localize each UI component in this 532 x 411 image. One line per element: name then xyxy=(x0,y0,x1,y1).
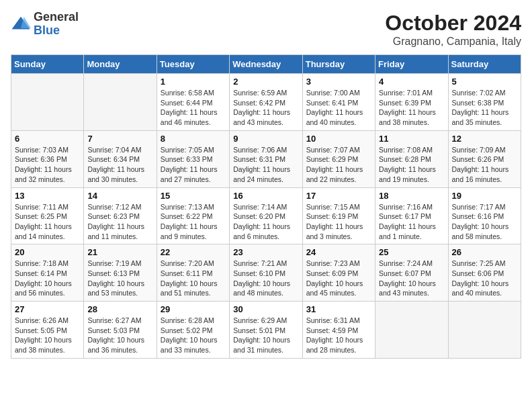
weekday-header: Friday xyxy=(375,55,448,74)
day-info: Sunrise: 7:09 AM Sunset: 6:26 PM Dayligh… xyxy=(452,145,517,185)
day-number: 10 xyxy=(306,134,371,144)
logo: General Blue xyxy=(11,11,79,38)
day-number: 27 xyxy=(15,304,80,314)
calendar-cell: 16Sunrise: 7:14 AM Sunset: 6:20 PM Dayli… xyxy=(230,187,302,244)
day-number: 28 xyxy=(87,304,152,314)
calendar-body: 1Sunrise: 6:58 AM Sunset: 6:44 PM Daylig… xyxy=(11,74,521,359)
day-number: 6 xyxy=(15,134,80,144)
day-number: 23 xyxy=(233,247,298,257)
day-info: Sunrise: 7:14 AM Sunset: 6:20 PM Dayligh… xyxy=(233,202,298,242)
calendar-cell: 13Sunrise: 7:11 AM Sunset: 6:25 PM Dayli… xyxy=(11,187,84,244)
day-info: Sunrise: 6:58 AM Sunset: 6:44 PM Dayligh… xyxy=(161,88,226,128)
day-info: Sunrise: 7:12 AM Sunset: 6:23 PM Dayligh… xyxy=(87,202,152,242)
calendar-cell xyxy=(11,74,84,131)
calendar-cell: 31Sunrise: 6:31 AM Sunset: 4:59 PM Dayli… xyxy=(302,302,375,359)
weekday-header: Tuesday xyxy=(157,55,229,74)
day-number: 8 xyxy=(161,134,226,144)
calendar-cell: 18Sunrise: 7:16 AM Sunset: 6:17 PM Dayli… xyxy=(375,187,448,244)
weekday-header: Sunday xyxy=(11,55,84,74)
day-number: 31 xyxy=(306,304,371,314)
day-info: Sunrise: 6:26 AM Sunset: 5:05 PM Dayligh… xyxy=(15,316,80,355)
day-info: Sunrise: 6:59 AM Sunset: 6:42 PM Dayligh… xyxy=(233,88,298,128)
calendar-week-row: 20Sunrise: 7:18 AM Sunset: 6:14 PM Dayli… xyxy=(11,244,521,302)
day-info: Sunrise: 7:07 AM Sunset: 6:29 PM Dayligh… xyxy=(306,145,371,185)
day-number: 16 xyxy=(233,191,298,201)
calendar-cell: 2Sunrise: 6:59 AM Sunset: 6:42 PM Daylig… xyxy=(230,74,302,131)
day-number: 17 xyxy=(306,191,371,201)
calendar-cell: 27Sunrise: 6:26 AM Sunset: 5:05 PM Dayli… xyxy=(11,302,84,359)
calendar-header-row: SundayMondayTuesdayWednesdayThursdayFrid… xyxy=(11,55,521,74)
day-info: Sunrise: 7:23 AM Sunset: 6:09 PM Dayligh… xyxy=(306,259,371,298)
calendar-cell: 12Sunrise: 7:09 AM Sunset: 6:26 PM Dayli… xyxy=(448,130,521,187)
day-info: Sunrise: 7:11 AM Sunset: 6:25 PM Dayligh… xyxy=(15,202,80,242)
calendar-cell: 6Sunrise: 7:03 AM Sunset: 6:36 PM Daylig… xyxy=(11,130,84,187)
calendar-cell: 30Sunrise: 6:29 AM Sunset: 5:01 PM Dayli… xyxy=(230,302,302,359)
day-number: 22 xyxy=(161,247,226,257)
day-info: Sunrise: 7:01 AM Sunset: 6:39 PM Dayligh… xyxy=(379,88,444,128)
calendar-cell: 5Sunrise: 7:02 AM Sunset: 6:38 PM Daylig… xyxy=(448,74,521,131)
calendar-cell: 29Sunrise: 6:28 AM Sunset: 5:02 PM Dayli… xyxy=(157,302,229,359)
day-info: Sunrise: 7:00 AM Sunset: 6:41 PM Dayligh… xyxy=(306,88,371,128)
day-number: 3 xyxy=(306,77,371,87)
calendar-week-row: 6Sunrise: 7:03 AM Sunset: 6:36 PM Daylig… xyxy=(11,130,521,187)
day-info: Sunrise: 7:02 AM Sunset: 6:38 PM Dayligh… xyxy=(452,88,517,128)
calendar-cell: 17Sunrise: 7:15 AM Sunset: 6:19 PM Dayli… xyxy=(302,187,375,244)
calendar-cell: 24Sunrise: 7:23 AM Sunset: 6:09 PM Dayli… xyxy=(302,244,375,302)
day-info: Sunrise: 7:06 AM Sunset: 6:31 PM Dayligh… xyxy=(233,145,298,185)
calendar-cell: 25Sunrise: 7:24 AM Sunset: 6:07 PM Dayli… xyxy=(375,244,448,302)
day-number: 4 xyxy=(379,77,444,87)
calendar-cell: 4Sunrise: 7:01 AM Sunset: 6:39 PM Daylig… xyxy=(375,74,448,131)
calendar-week-row: 13Sunrise: 7:11 AM Sunset: 6:25 PM Dayli… xyxy=(11,187,521,244)
calendar-cell: 11Sunrise: 7:08 AM Sunset: 6:28 PM Dayli… xyxy=(375,130,448,187)
calendar-cell: 23Sunrise: 7:21 AM Sunset: 6:10 PM Dayli… xyxy=(230,244,302,302)
day-info: Sunrise: 7:05 AM Sunset: 6:33 PM Dayligh… xyxy=(161,145,226,185)
day-number: 20 xyxy=(15,247,80,257)
day-number: 26 xyxy=(452,247,517,257)
calendar-cell: 1Sunrise: 6:58 AM Sunset: 6:44 PM Daylig… xyxy=(157,74,229,131)
day-info: Sunrise: 7:16 AM Sunset: 6:17 PM Dayligh… xyxy=(379,202,444,242)
calendar-cell: 8Sunrise: 7:05 AM Sunset: 6:33 PM Daylig… xyxy=(157,130,229,187)
day-number: 18 xyxy=(379,191,444,201)
day-info: Sunrise: 7:15 AM Sunset: 6:19 PM Dayligh… xyxy=(306,202,371,242)
logo-icon xyxy=(11,14,31,34)
day-number: 13 xyxy=(15,191,80,201)
page-title: October 2024 xyxy=(385,11,521,36)
weekday-header: Monday xyxy=(84,55,157,74)
day-info: Sunrise: 7:17 AM Sunset: 6:16 PM Dayligh… xyxy=(452,202,517,242)
day-info: Sunrise: 7:24 AM Sunset: 6:07 PM Dayligh… xyxy=(379,259,444,298)
day-number: 19 xyxy=(452,191,517,201)
day-info: Sunrise: 7:18 AM Sunset: 6:14 PM Dayligh… xyxy=(15,259,80,298)
day-number: 12 xyxy=(452,134,517,144)
day-info: Sunrise: 6:31 AM Sunset: 4:59 PM Dayligh… xyxy=(306,316,371,355)
page-subtitle: Gragnano, Campania, Italy xyxy=(385,36,521,48)
day-number: 24 xyxy=(306,247,371,257)
day-number: 14 xyxy=(87,191,152,201)
day-number: 15 xyxy=(161,191,226,201)
day-info: Sunrise: 7:03 AM Sunset: 6:36 PM Dayligh… xyxy=(15,145,80,185)
calendar-cell: 10Sunrise: 7:07 AM Sunset: 6:29 PM Dayli… xyxy=(302,130,375,187)
calendar-table: SundayMondayTuesdayWednesdayThursdayFrid… xyxy=(11,54,521,359)
day-number: 30 xyxy=(233,304,298,314)
calendar-cell xyxy=(375,302,448,359)
day-info: Sunrise: 7:21 AM Sunset: 6:10 PM Dayligh… xyxy=(233,259,298,298)
calendar-cell: 15Sunrise: 7:13 AM Sunset: 6:22 PM Dayli… xyxy=(157,187,229,244)
day-info: Sunrise: 7:19 AM Sunset: 6:13 PM Dayligh… xyxy=(87,259,152,298)
calendar-cell: 9Sunrise: 7:06 AM Sunset: 6:31 PM Daylig… xyxy=(230,130,302,187)
logo-text: General Blue xyxy=(34,11,79,38)
calendar-week-row: 1Sunrise: 6:58 AM Sunset: 6:44 PM Daylig… xyxy=(11,74,521,131)
day-number: 21 xyxy=(87,247,152,257)
day-info: Sunrise: 6:29 AM Sunset: 5:01 PM Dayligh… xyxy=(233,316,298,355)
calendar-cell: 20Sunrise: 7:18 AM Sunset: 6:14 PM Dayli… xyxy=(11,244,84,302)
title-block: October 2024 Gragnano, Campania, Italy xyxy=(385,11,521,48)
calendar-cell: 21Sunrise: 7:19 AM Sunset: 6:13 PM Dayli… xyxy=(84,244,157,302)
calendar-cell: 22Sunrise: 7:20 AM Sunset: 6:11 PM Dayli… xyxy=(157,244,229,302)
calendar-cell: 7Sunrise: 7:04 AM Sunset: 6:34 PM Daylig… xyxy=(84,130,157,187)
calendar-cell xyxy=(448,302,521,359)
calendar-cell: 28Sunrise: 6:27 AM Sunset: 5:03 PM Dayli… xyxy=(84,302,157,359)
day-number: 25 xyxy=(379,247,444,257)
day-info: Sunrise: 7:20 AM Sunset: 6:11 PM Dayligh… xyxy=(161,259,226,298)
page-header: General Blue October 2024 Gragnano, Camp… xyxy=(11,11,521,48)
day-info: Sunrise: 6:27 AM Sunset: 5:03 PM Dayligh… xyxy=(87,316,152,355)
weekday-header: Thursday xyxy=(302,55,375,74)
calendar-cell: 26Sunrise: 7:25 AM Sunset: 6:06 PM Dayli… xyxy=(448,244,521,302)
